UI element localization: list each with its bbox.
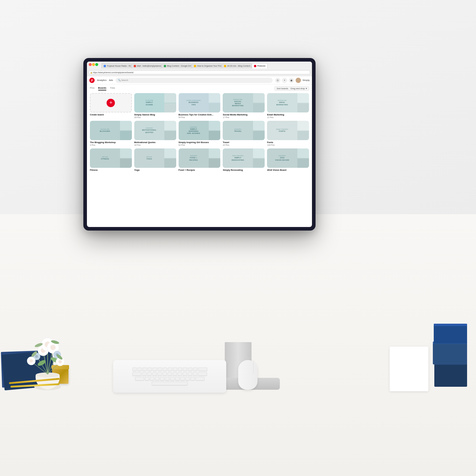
key-row-3 <box>116 377 224 381</box>
board-thumb-email-marketing: business tips EMAILMARKETING <box>267 93 309 112</box>
board-title-business-tips: Business Tips for Creative Entr... <box>179 113 221 116</box>
board-side-simply-sianne <box>164 93 176 112</box>
key <box>185 377 190 381</box>
search-placeholder: Search <box>121 79 128 82</box>
add-btn[interactable]: + <box>282 78 287 83</box>
window-maximize-btn[interactable] <box>95 63 98 66</box>
board-label-girl-bosses: inspiration SIMPLYINSPIRINGGIRL BOSSES <box>179 121 209 140</box>
key <box>175 377 180 381</box>
browser-chrome: Tropical House Radio - Ro... Mail - hell… <box>87 62 312 76</box>
tab-boards[interactable]: Boards <box>98 87 107 90</box>
key <box>148 367 152 371</box>
board-card-blogging[interactable]: business tips BLOGGING The Blogging Work… <box>90 121 132 146</box>
key <box>147 372 152 376</box>
sort-boards-dropdown[interactable]: Sort boards Drag and drop ▾ <box>274 86 309 91</box>
board-count-motivational: 44 Pins <box>134 144 176 146</box>
browser-tab-3[interactable]: Blog Content - Google Drive <box>162 63 191 68</box>
create-board-card[interactable]: + Create board <box>90 93 132 118</box>
board-title-social-media: Social Media Marketing <box>223 113 265 116</box>
key <box>188 367 192 371</box>
messages-btn[interactable]: ◉ <box>289 78 294 83</box>
board-card-fonts[interactable]: design inspiration FONTS Fonts 149 Pins <box>267 121 309 146</box>
search-bar[interactable]: 🔍 Search <box>116 78 273 83</box>
board-card-email-marketing[interactable]: business tips EMAILMARKETING Email Marke… <box>267 93 309 118</box>
board-side-social-media <box>253 93 265 112</box>
board-thumb-vision: inspiration 2018VISION BOARD <box>267 148 309 168</box>
nav-ads[interactable]: Ads <box>109 79 113 82</box>
board-card-travel[interactable]: inspiration TRAVEL Travel 24 Pins <box>223 121 265 146</box>
nav-analytics[interactable]: Analytics <box>97 79 107 82</box>
notifications-btn[interactable]: ⊙ <box>275 78 280 83</box>
key-row-1 <box>116 367 224 371</box>
ssl-lock-icon: 🔒 <box>90 71 92 73</box>
pinterest-logo[interactable]: P <box>89 78 95 83</box>
address-bar[interactable]: 🔒 https://www.pinterest.com/simplysianne… <box>89 70 310 74</box>
board-count-blogging: 4 Pins <box>90 144 132 146</box>
browser-tab-5[interactable]: 44:33 min - Blog Content - Bl... <box>222 63 252 68</box>
board-side-food <box>209 148 220 168</box>
pin-tabs-row: Pins Boards Tries Sort boards Drag and d… <box>90 86 309 91</box>
board-card-business-tips[interactable]: creative entrepreneur BUSINESSTIPS Busin… <box>179 93 221 118</box>
board-label-renovating: home inspiration SIMPLYRENOVATING <box>223 148 253 168</box>
key <box>183 372 187 376</box>
board-card-fitness[interactable]: self-care FITNESS Fitness <box>90 148 132 172</box>
create-board-plus-icon: + <box>107 99 115 107</box>
board-thumb-fonts: design inspiration FONTS <box>267 121 309 140</box>
tab-label-3: Blog Content - Google Drive <box>167 65 191 67</box>
user-avatar[interactable] <box>296 78 301 83</box>
board-thumb-girl-bosses: inspiration SIMPLYINSPIRINGGIRL BOSSES <box>179 121 221 140</box>
board-title-renovating: Simply Renovating <box>223 169 265 171</box>
pin-tabs-left: Pins Boards Tries <box>90 87 115 90</box>
board-card-motivational[interactable]: inspiration MOTIVATIONALQUOTES Motivatio… <box>134 121 176 146</box>
key <box>198 367 207 371</box>
browser-tab-4[interactable]: How to Organize Your Pint... <box>192 63 221 68</box>
board-label-travel: inspiration TRAVEL <box>223 121 253 140</box>
key <box>138 367 142 371</box>
svg-rect-30 <box>10 383 60 388</box>
tab-favicon-4 <box>194 65 196 67</box>
board-card-simply-sianne[interactable]: on the blog SIMPLYSIANNE Simply Sianne B… <box>134 93 176 118</box>
svg-point-16 <box>50 345 56 350</box>
window-close-btn[interactable] <box>89 63 92 66</box>
tab-label-6: Pinterest <box>257 65 266 67</box>
window-minimize-btn[interactable] <box>92 63 95 66</box>
board-count-business-tips: 54 Pins <box>179 116 221 118</box>
board-card-vision[interactable]: inspiration 2018VISION BOARD 2018 Vision… <box>267 148 309 172</box>
board-card-food[interactable]: inspiration FOOD +RECIPES Food + Recipes <box>179 148 221 172</box>
address-bar-row: 🔒 https://www.pinterest.com/simplysianne… <box>89 70 310 75</box>
svg-point-18 <box>35 355 38 358</box>
board-card-renovating[interactable]: home inspiration SIMPLYRENOVATING Simply… <box>223 148 265 172</box>
key <box>193 372 197 376</box>
board-card-girl-bosses[interactable]: inspiration SIMPLYINSPIRINGGIRL BOSSES S… <box>179 121 221 146</box>
board-label-fonts: design inspiration FONTS <box>267 121 297 140</box>
board-title-travel: Travel <box>223 141 265 144</box>
key-row-2 <box>116 372 224 376</box>
browser-tab-6[interactable]: Pinterest <box>252 63 268 68</box>
key <box>168 372 172 376</box>
board-card-social-media[interactable]: business tips SOCIALMEDIAMARKETING Socia… <box>223 93 265 118</box>
key <box>163 367 167 371</box>
sort-boards-value: Drag and drop <box>291 87 305 90</box>
browser-tabs: Tropical House Radio - Ro... Mail - hell… <box>89 63 310 68</box>
board-label-business-tips: creative entrepreneur BUSINESSTIPS <box>179 93 209 112</box>
tab-pins[interactable]: Pins <box>90 87 95 90</box>
boards-grid: + Create board on the blog SIMPLYSIANNE <box>90 93 309 172</box>
svg-rect-31 <box>434 363 467 387</box>
tab-label-2: Mail - hello@simplysianne... <box>137 65 161 67</box>
board-title-blogging: The Blogging Workshop <box>90 141 132 144</box>
key <box>178 367 182 371</box>
tab-tries[interactable]: Tries <box>110 87 115 90</box>
board-card-yoga[interactable]: self-care YOGA Yoga <box>134 148 176 172</box>
tab-favicon-6 <box>254 65 256 67</box>
tab-favicon-2 <box>134 65 136 67</box>
browser-tab-1[interactable]: Tropical House Radio - Ro... <box>102 63 131 68</box>
key <box>135 377 144 381</box>
browser-tab-2[interactable]: Mail - hello@simplysianne... <box>132 63 161 68</box>
key <box>143 367 147 371</box>
key <box>157 372 162 376</box>
mouse <box>238 360 257 390</box>
svg-rect-33 <box>433 342 467 364</box>
board-side-vision <box>297 148 309 168</box>
key <box>193 367 197 371</box>
monitor-screen: Tropical House Radio - Ro... Mail - hell… <box>87 62 312 227</box>
